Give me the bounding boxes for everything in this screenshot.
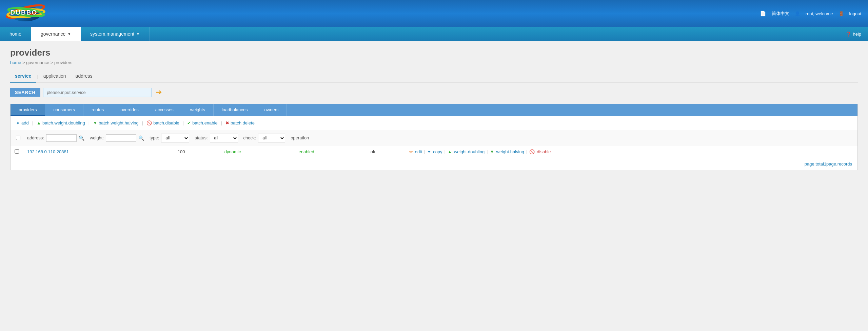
op-weight-doubling[interactable]: weight.doubling	[454, 149, 485, 154]
panel-tab-consumers[interactable]: consumers	[45, 104, 83, 116]
address-search-icon[interactable]: 🔍	[79, 135, 84, 141]
row-weight: 100	[174, 146, 220, 158]
row-status: enabled	[299, 149, 314, 154]
status-select[interactable]: all enabled disabled	[210, 134, 238, 142]
op-copy[interactable]: copy	[433, 149, 442, 154]
action-batch-weight-doubling[interactable]: ▲ batch.weight.doubling	[37, 120, 85, 125]
batch-enable-icon: ✔	[187, 120, 191, 125]
panel-tabs: providers consumers routes overrides acc…	[11, 104, 857, 116]
user-icon: 👤	[795, 11, 800, 16]
panel-tab-providers[interactable]: providers	[11, 104, 45, 116]
nav-bar: home governance ▼ system.management ▼ ❓ …	[0, 27, 868, 41]
disable-icon: 🚫	[529, 149, 535, 154]
row-checkbox[interactable]	[15, 149, 19, 154]
row-type: dynamic	[224, 149, 241, 154]
check-label: check:	[243, 135, 256, 140]
page-title: providers	[10, 47, 858, 58]
copy-icon: ✦	[427, 149, 431, 154]
batch-delete-icon: ✖	[225, 120, 229, 125]
action-batch-disable[interactable]: 🚫 batch.disable	[146, 120, 179, 125]
action-batch-delete[interactable]: ✖ batch.delete	[225, 120, 255, 125]
select-all-checkbox[interactable]	[16, 136, 20, 140]
lang-link[interactable]: 简体中文	[772, 11, 789, 17]
weight-input[interactable]	[106, 134, 136, 142]
logout-icon: 🚪	[839, 11, 844, 16]
action-bar: ✦ add | ▲ batch.weight.doubling | ▼ batc…	[11, 116, 857, 130]
op-edit[interactable]: edit	[415, 149, 422, 154]
breadcrumb: home > governance > providers	[10, 60, 858, 65]
op-weight-halving[interactable]: weight.halving	[496, 149, 524, 154]
nav-system-management[interactable]: system.management ▼	[81, 27, 150, 41]
breadcrumb-home[interactable]: home	[10, 60, 21, 65]
tab-address[interactable]: address	[71, 71, 97, 83]
op-disable[interactable]: disable	[537, 149, 551, 154]
search-input[interactable]	[43, 88, 152, 97]
action-add[interactable]: ✦ add	[16, 120, 29, 126]
pagination-text[interactable]: page.total1page.records	[805, 161, 852, 167]
address-filter: address: 🔍	[27, 134, 84, 142]
status-filter: status: all enabled disabled	[195, 134, 238, 142]
panel-tab-weights[interactable]: weights	[182, 104, 214, 116]
user-welcome: root, welcome	[806, 11, 833, 16]
batch-disable-icon: 🚫	[146, 120, 152, 125]
logout-link[interactable]: logout	[849, 11, 861, 16]
search-tabs: service | application address	[10, 71, 858, 83]
search-go-button[interactable]: ➔	[154, 88, 163, 97]
type-label: type:	[150, 135, 159, 140]
check-select[interactable]: all yes no	[258, 134, 285, 142]
tab-service[interactable]: service	[10, 71, 36, 83]
nav-governance-arrow: ▼	[67, 32, 71, 36]
weight-filter: weight: 🔍	[90, 134, 144, 142]
nav-help[interactable]: ❓ help	[839, 27, 868, 41]
page-content: providers home > governance > providers …	[0, 41, 868, 331]
action-batch-weight-halving[interactable]: ▼ batch.weight.halving	[93, 120, 139, 125]
logo-text: DUBBO	[11, 9, 38, 16]
search-go-icon: ➔	[156, 88, 162, 96]
search-bar: SEARCH ➔	[10, 88, 858, 97]
nav-governance[interactable]: governance ▼	[31, 27, 81, 41]
row-operations: ✏ edit | ✦ copy | ▲ weight.doubling | ▼ …	[409, 149, 853, 154]
edit-icon: ✏	[409, 149, 413, 154]
table-row: 192.168.0.110:20881 100 dynamic enabled …	[11, 146, 857, 158]
check-filter: check: all yes no	[243, 134, 285, 142]
weight-search-icon[interactable]: 🔍	[138, 135, 144, 141]
search-label: SEARCH	[10, 88, 40, 97]
type-select[interactable]: all dynamic static	[161, 134, 189, 142]
filter-row: address: 🔍 weight: 🔍 type: all dynamic s…	[11, 130, 857, 146]
tab-sep-1: |	[36, 71, 38, 82]
add-icon: ✦	[16, 120, 20, 126]
header-right: 📄 简体中文 👤 root, welcome 🚪 logout	[760, 11, 861, 17]
logo: DUBBO	[7, 3, 44, 24]
help-icon: ❓	[846, 32, 851, 37]
panel-tab-loadbalances[interactable]: loadbalances	[214, 104, 256, 116]
pagination: page.total1page.records	[11, 158, 857, 170]
type-filter: type: all dynamic static	[150, 134, 189, 142]
data-table: 192.168.0.110:20881 100 dynamic enabled …	[11, 146, 857, 158]
operation-label: operation	[291, 135, 309, 140]
status-label: status:	[195, 135, 208, 140]
address-label: address:	[27, 135, 44, 140]
action-batch-enable[interactable]: ✔ batch.enable	[187, 120, 217, 125]
lang-icon: 📄	[760, 11, 766, 17]
row-address[interactable]: 192.168.0.110:20881	[27, 149, 69, 154]
operation-label-group: operation	[291, 135, 309, 140]
panel-tab-owners[interactable]: owners	[256, 104, 287, 116]
nav-home[interactable]: home	[0, 27, 31, 41]
tab-application[interactable]: application	[39, 71, 71, 83]
main-panel: providers consumers routes overrides acc…	[10, 104, 858, 170]
panel-tab-accesses[interactable]: accesses	[147, 104, 182, 116]
batch-weight-halving-icon: ▼	[93, 120, 97, 125]
breadcrumb-path: > governance > providers	[21, 60, 73, 65]
batch-weight-doubling-icon: ▲	[37, 120, 41, 125]
row-check: ok	[367, 146, 405, 158]
weight-label: weight:	[90, 135, 104, 140]
weight-halving-icon: ▼	[490, 149, 494, 154]
header: DUBBO 📄 简体中文 👤 root, welcome 🚪 logout	[0, 0, 868, 27]
weight-doubling-icon: ▲	[448, 149, 452, 154]
panel-tab-routes[interactable]: routes	[83, 104, 112, 116]
panel-tab-overrides[interactable]: overrides	[112, 104, 147, 116]
address-input[interactable]	[46, 134, 77, 142]
nav-system-arrow: ▼	[136, 32, 140, 36]
